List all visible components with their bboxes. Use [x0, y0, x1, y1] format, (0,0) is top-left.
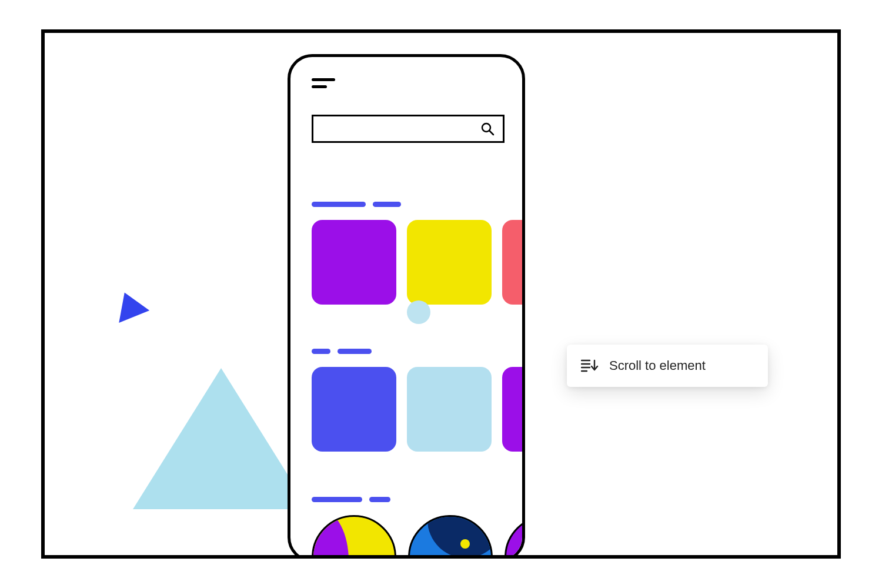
card-item[interactable]	[312, 367, 396, 452]
content-section-2	[312, 349, 525, 452]
phone-frame	[288, 54, 525, 559]
section-heading	[312, 202, 525, 207]
illustration-canvas: Scroll to element	[41, 29, 841, 559]
card-row[interactable]	[312, 220, 525, 305]
card-item[interactable]	[312, 220, 396, 305]
card-item[interactable]	[407, 367, 492, 452]
search-input[interactable]	[312, 115, 505, 143]
circle-item[interactable]	[505, 515, 525, 559]
card-item[interactable]	[407, 220, 492, 305]
decor-triangle-small	[109, 286, 149, 323]
section-heading	[312, 349, 525, 354]
menu-icon[interactable]	[312, 78, 335, 90]
search-icon	[480, 122, 495, 136]
scroll-to-element-callout[interactable]: Scroll to element	[567, 345, 768, 387]
card-item[interactable]	[502, 367, 525, 452]
card-row[interactable]	[312, 367, 525, 452]
heading-placeholder	[312, 202, 366, 207]
heading-placeholder	[338, 349, 372, 354]
decor-triangle-large	[133, 368, 309, 509]
section-heading	[312, 497, 525, 502]
heading-placeholder	[369, 497, 390, 502]
svg-line-1	[490, 131, 494, 135]
callout-label: Scroll to element	[609, 358, 706, 373]
card-item[interactable]	[502, 220, 525, 305]
heading-placeholder	[312, 497, 362, 502]
heading-placeholder	[373, 202, 401, 207]
scroll-to-element-icon	[581, 359, 599, 373]
cursor-indicator	[407, 300, 430, 324]
content-section-3	[312, 497, 525, 559]
circle-row[interactable]	[312, 515, 525, 559]
circle-item[interactable]	[408, 515, 493, 559]
circle-item[interactable]	[312, 515, 396, 559]
heading-placeholder	[312, 349, 330, 354]
content-section-1	[312, 202, 525, 305]
